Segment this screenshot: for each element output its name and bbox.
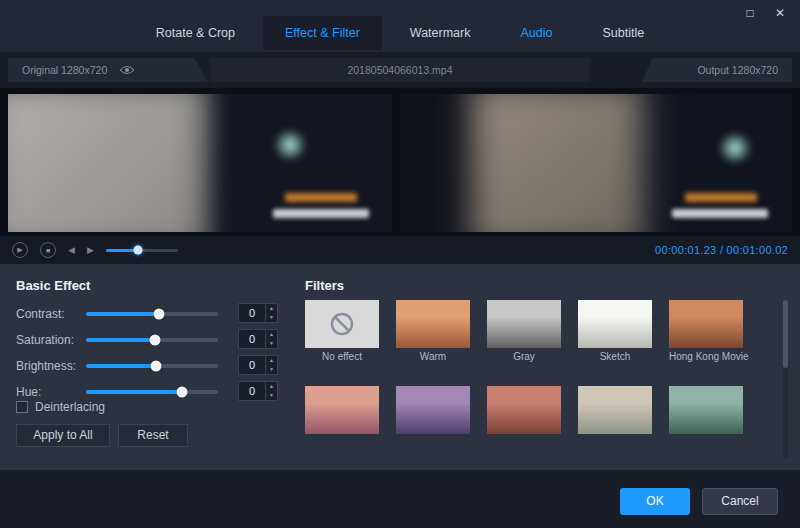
filter-thumbnail[interactable] <box>578 386 652 434</box>
slider-fill <box>86 312 159 316</box>
slider-thumb[interactable] <box>150 361 161 372</box>
maximize-button[interactable]: □ <box>742 6 758 20</box>
slider-thumb[interactable] <box>153 309 164 320</box>
filter-item[interactable] <box>305 386 379 437</box>
spinner-arrows[interactable]: ▲▼ <box>265 356 277 374</box>
brightness-value[interactable]: 0 <box>239 356 265 374</box>
contrast-slider[interactable] <box>86 307 218 321</box>
filter-label: Hong Kong Movie <box>669 351 743 362</box>
filter-label: Sketch <box>578 351 652 362</box>
filter-thumbnail[interactable] <box>669 300 743 348</box>
brightness-label: Brightness: <box>16 359 86 373</box>
filter-label: Warm <box>396 351 470 362</box>
previous-frame-button[interactable]: ◀ <box>68 245 75 255</box>
filename-label: 20180504066013.mp4 <box>210 58 590 82</box>
stop-button[interactable]: ■ <box>40 242 56 258</box>
dialog-footer: OK Cancel <box>0 470 800 528</box>
filter-thumbnail[interactable] <box>669 386 743 434</box>
filter-hong-kong-movie[interactable]: Hong Kong Movie <box>669 300 743 362</box>
eye-icon[interactable] <box>119 65 135 75</box>
apply-to-all-button[interactable]: Apply to All <box>16 424 110 447</box>
filter-warm[interactable]: Warm <box>396 300 470 362</box>
slider-fill <box>86 338 155 342</box>
scrollbar-thumb[interactable] <box>783 300 788 368</box>
filter-sketch[interactable]: Sketch <box>578 300 652 362</box>
filters-title: Filters <box>305 278 344 293</box>
slider-thumb[interactable] <box>149 335 160 346</box>
slider-fill <box>86 390 182 394</box>
deinterlacing-checkbox[interactable] <box>16 401 28 413</box>
filter-thumbnail[interactable] <box>487 386 561 434</box>
no-effect-icon[interactable] <box>305 300 379 348</box>
filter-no-effect[interactable]: No effect <box>305 300 379 362</box>
cancel-button[interactable]: Cancel <box>702 488 778 515</box>
contrast-label: Contrast: <box>16 307 86 321</box>
filter-thumbnail[interactable] <box>396 386 470 434</box>
contrast-value[interactable]: 0 <box>239 304 265 322</box>
video-watermark-blur <box>285 193 357 202</box>
spin-down-icon[interactable]: ▼ <box>266 339 277 348</box>
filter-item[interactable] <box>396 386 470 437</box>
slider-thumb[interactable] <box>177 387 188 398</box>
filename-text: 20180504066013.mp4 <box>347 58 452 82</box>
spin-up-icon[interactable]: ▲ <box>266 382 277 391</box>
output-video-preview <box>400 94 792 232</box>
spinner-arrows[interactable]: ▲▼ <box>265 382 277 400</box>
filter-item[interactable] <box>578 386 652 437</box>
contrast-spinner[interactable]: 0 ▲▼ <box>238 303 278 323</box>
saturation-value[interactable]: 0 <box>239 330 265 348</box>
filter-gray[interactable]: Gray <box>487 300 561 362</box>
hue-row: Hue: 0 ▲▼ <box>16 383 286 401</box>
reset-button[interactable]: Reset <box>118 424 188 447</box>
tab-bar: Rotate & Crop Effect & Filter Watermark … <box>0 16 800 50</box>
brightness-row: Brightness: 0 ▲▼ <box>16 357 286 375</box>
play-button[interactable]: ▶ <box>12 242 28 258</box>
hue-slider[interactable] <box>86 385 218 399</box>
titlebar: Rotate & Crop Effect & Filter Watermark … <box>0 0 800 52</box>
video-subtitle-blur <box>672 209 768 218</box>
spin-up-icon[interactable]: ▲ <box>266 356 277 365</box>
tab-rotate-crop[interactable]: Rotate & Crop <box>134 16 257 50</box>
filter-thumbnail[interactable] <box>396 300 470 348</box>
ok-button[interactable]: OK <box>620 488 690 515</box>
preview-header: Original 1280x720 20180504066013.mp4 Out… <box>0 52 800 88</box>
contrast-row: Contrast: 0 ▲▼ <box>16 305 286 323</box>
filter-item[interactable] <box>669 386 743 437</box>
filter-item[interactable] <box>487 386 561 437</box>
filter-thumbnail[interactable] <box>578 300 652 348</box>
video-light-glow <box>718 133 752 163</box>
seek-slider[interactable] <box>106 245 178 255</box>
tab-watermark[interactable]: Watermark <box>388 16 493 50</box>
saturation-label: Saturation: <box>16 333 86 347</box>
filters-scrollbar[interactable] <box>783 300 788 458</box>
saturation-row: Saturation: 0 ▲▼ <box>16 331 286 349</box>
close-button[interactable]: ✕ <box>772 6 788 20</box>
video-blur-region <box>471 94 643 232</box>
saturation-spinner[interactable]: 0 ▲▼ <box>238 329 278 349</box>
filter-thumbnail[interactable] <box>487 300 561 348</box>
filter-thumbnail[interactable] <box>305 386 379 434</box>
hue-value[interactable]: 0 <box>239 382 265 400</box>
hue-spinner[interactable]: 0 ▲▼ <box>238 381 278 401</box>
preview-area <box>0 88 800 236</box>
output-resolution-label: Output 1280x720 <box>697 58 778 82</box>
spin-down-icon[interactable]: ▼ <box>266 391 277 400</box>
original-label-chip: Original 1280x720 <box>8 58 208 82</box>
slider-fill <box>86 364 156 368</box>
saturation-slider[interactable] <box>86 333 218 347</box>
spinner-arrows[interactable]: ▲▼ <box>265 304 277 322</box>
seek-thumb[interactable] <box>134 246 143 255</box>
tab-subtitle[interactable]: Subtitle <box>580 16 666 50</box>
brightness-slider[interactable] <box>86 359 218 373</box>
spinner-arrows[interactable]: ▲▼ <box>265 330 277 348</box>
hue-label: Hue: <box>16 385 86 399</box>
deinterlacing-option[interactable]: Deinterlacing <box>16 400 105 414</box>
tab-effect-filter[interactable]: Effect & Filter <box>263 16 382 50</box>
spin-up-icon[interactable]: ▲ <box>266 304 277 313</box>
spin-up-icon[interactable]: ▲ <box>266 330 277 339</box>
tab-audio[interactable]: Audio <box>498 16 574 50</box>
brightness-spinner[interactable]: 0 ▲▼ <box>238 355 278 375</box>
spin-down-icon[interactable]: ▼ <box>266 365 277 374</box>
spin-down-icon[interactable]: ▼ <box>266 313 277 322</box>
next-frame-button[interactable]: ▶ <box>87 245 94 255</box>
